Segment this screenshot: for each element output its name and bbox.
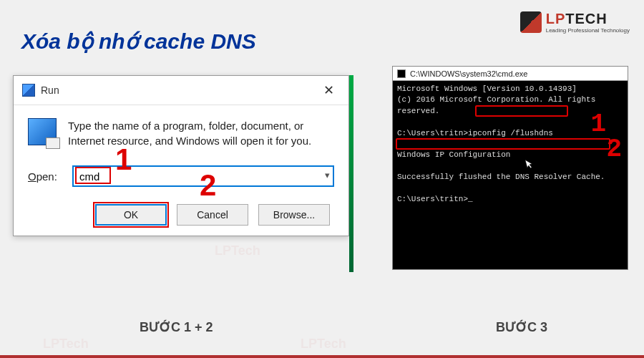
cmd-title-path: C:\WINDOWS\system32\cmd.exe — [410, 69, 527, 78]
logo-subtitle: Leading Professional Technology — [546, 27, 630, 34]
run-description: Type the name of a program, folder, docu… — [68, 118, 334, 148]
cmd-prompt-2: C:\Users\tritn>_ — [397, 194, 623, 205]
step-label-3: BƯỚC 3 — [496, 319, 547, 335]
cmd-titlebar: C:\WINDOWS\system32\cmd.exe — [393, 67, 628, 81]
step-label-1-2: BƯỚC 1 + 2 — [140, 319, 213, 335]
cmd-blank — [397, 183, 623, 194]
watermark: LPTech — [43, 337, 89, 352]
cmd-line-version: Microsoft Windows [Version 10.0.14393] — [397, 84, 623, 95]
cmd-window: C:\WINDOWS\system32\cmd.exe Microsoft Wi… — [392, 66, 628, 270]
cmd-success: Successfully flushed the DNS Resolver Ca… — [397, 172, 623, 183]
browse-button[interactable]: Browse... — [258, 204, 330, 226]
run-app-icon — [22, 84, 35, 97]
run-program-icon — [28, 118, 57, 145]
run-titlebar: Run ✕ — [14, 76, 348, 105]
cmd-blank — [397, 161, 623, 172]
brand-logo: LPTECH Leading Professional Technology — [520, 11, 630, 34]
cancel-button[interactable]: Cancel — [177, 204, 248, 226]
annotation-number-2: 2 — [200, 168, 216, 203]
annotation-box-cmd-2 — [396, 138, 610, 150]
logo-text: LPTECH — [546, 11, 630, 27]
ok-button[interactable]: OK — [95, 204, 167, 226]
annotation-number-cmd-1: 1 — [590, 110, 606, 139]
close-button[interactable]: ✕ — [317, 82, 340, 99]
annotation-number-cmd-2: 2 — [606, 135, 622, 164]
run-dialog: Run ✕ Type the name of a program, folder… — [13, 75, 349, 236]
page-title: Xóa bộ nhớ cache DNS — [21, 29, 256, 54]
cmd-prompt-1: C:\Users\tritn>ipconfig /flushdns — [397, 128, 623, 139]
window-edge — [349, 75, 353, 272]
open-label: Open: — [28, 170, 64, 183]
cmd-ipconfig-header: Windows IP Configuration — [397, 150, 623, 160]
cmd-body[interactable]: Microsoft Windows [Version 10.0.14393] (… — [393, 81, 628, 208]
logo-icon — [520, 11, 542, 33]
cmd-icon — [397, 69, 406, 78]
run-title: Run — [41, 84, 59, 96]
annotation-number-1: 1 — [115, 142, 132, 177]
annotation-box-cmd-1 — [475, 105, 568, 117]
chevron-down-icon[interactable]: ▾ — [325, 170, 330, 180]
watermark: LPTech — [215, 243, 260, 258]
watermark: LPTech — [301, 337, 346, 352]
cmd-blank — [397, 117, 623, 127]
